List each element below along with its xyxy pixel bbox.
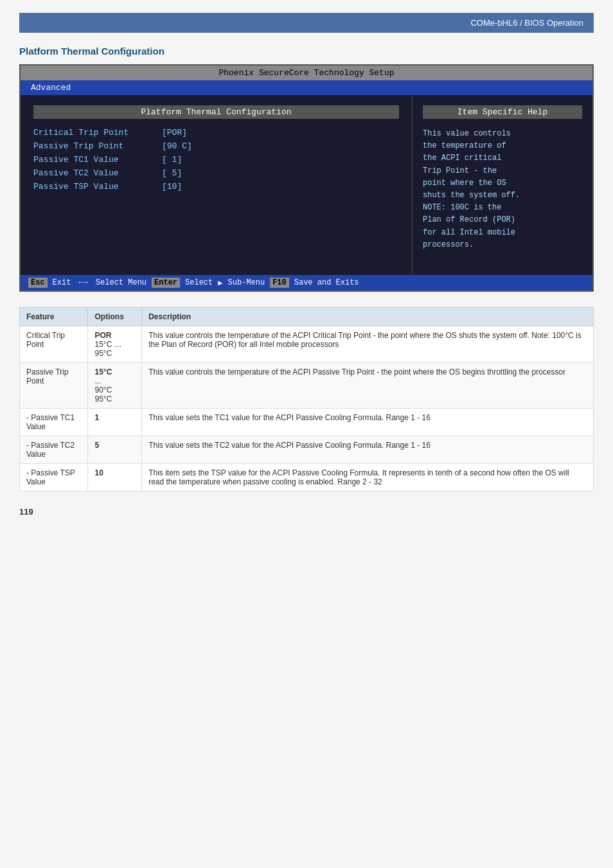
row-feature-0: Critical Trip Point	[20, 326, 88, 363]
select-menu-label: Select Menu	[96, 278, 147, 287]
row-desc-4: This item sets the TSP value for the ACP…	[142, 464, 594, 492]
bios-main-panel: Platform Thermal Configuration Critical …	[21, 95, 413, 275]
bios-item-1[interactable]: Passive Trip Point [90 C]	[33, 141, 399, 151]
row-options-1: 15°C ...90°C95°C	[88, 363, 142, 409]
bios-content-area: Platform Thermal Configuration Critical …	[21, 95, 592, 275]
row-desc-1: This value controls the temperature of t…	[142, 363, 594, 409]
bios-item-label-3: Passive TC2 Value	[33, 168, 162, 178]
bios-item-4[interactable]: Passive TSP Value [10]	[33, 182, 399, 191]
bios-item-value-4: [10]	[162, 182, 182, 191]
col-header-options: Options	[88, 308, 142, 326]
bios-item-value-2: [ 1]	[162, 155, 182, 164]
col-header-description: Description	[142, 308, 594, 326]
page-title: Platform Thermal Configuration	[19, 46, 594, 57]
enter-key: Enter	[152, 278, 180, 288]
bios-item-value-0: [POR]	[162, 128, 187, 137]
row-options-3: 5	[88, 436, 142, 464]
table-row: Critical Trip Point POR 15°C … 95°C This…	[20, 326, 594, 363]
bios-menu-tab[interactable]: Advanced	[31, 83, 71, 93]
options-bold-4: 10	[94, 468, 103, 477]
bios-help-text: This value controlsthe temperature ofthe…	[423, 128, 582, 251]
top-bar-label: COMe-bHL6 / BIOS Operation	[470, 18, 583, 28]
table-row: - Passive TC1 Value 1 This value sets th…	[20, 409, 594, 436]
row-feature-4: - Passive TSP Value	[20, 464, 88, 492]
row-feature-3: - Passive TC2 Value	[20, 436, 88, 464]
bios-status-bar: Esc Exit ←→ Select Menu Enter Select ▶ S…	[21, 275, 592, 290]
bios-screen: Phoenix SecureCore Technology Setup Adva…	[19, 64, 594, 292]
row-feature-1: Passive Trip Point	[20, 363, 88, 409]
bios-items-list: Critical Trip Point [POR] Passive Trip P…	[33, 128, 399, 191]
bios-item-2[interactable]: Passive TC1 Value [ 1]	[33, 155, 399, 164]
bios-item-label-0: Critical Trip Point	[33, 128, 162, 137]
page-number: 119	[19, 507, 594, 517]
bios-item-label-4: Passive TSP Value	[33, 182, 162, 191]
row-options-2: 1	[88, 409, 142, 436]
bios-title-bar: Phoenix SecureCore Technology Setup	[21, 66, 592, 80]
bios-help-header: Item Specific Help	[423, 105, 582, 119]
bios-item-0[interactable]: Critical Trip Point [POR]	[33, 128, 399, 137]
features-table: Feature Options Description Critical Tri…	[19, 307, 594, 492]
row-desc-2: This value sets the TC1 value for the AC…	[142, 409, 594, 436]
bios-main-header: Platform Thermal Configuration	[33, 105, 399, 119]
top-bar: COMe-bHL6 / BIOS Operation	[19, 13, 594, 33]
f10-label: Save and Exits	[294, 278, 359, 287]
options-bold-0: POR	[94, 331, 111, 340]
row-feature-2: - Passive TC1 Value	[20, 409, 88, 436]
bios-item-label-2: Passive TC1 Value	[33, 155, 162, 164]
bios-item-value-3: [ 5]	[162, 168, 182, 178]
bios-item-value-1: [90 C]	[162, 141, 192, 151]
row-options-0: POR 15°C … 95°C	[88, 326, 142, 363]
table-row: Passive Trip Point 15°C ...90°C95°C This…	[20, 363, 594, 409]
f10-key: F10	[270, 278, 289, 288]
row-desc-3: This value sets the TC2 value for the AC…	[142, 436, 594, 464]
bios-item-label-1: Passive Trip Point	[33, 141, 162, 151]
enter-label: Select	[185, 278, 213, 287]
options-extra-0: 15°C … 95°C	[94, 340, 121, 358]
esc-label: Exit	[53, 278, 71, 287]
bios-item-3[interactable]: Passive TC2 Value [ 5]	[33, 168, 399, 178]
table-row: - Passive TSP Value 10 This item sets th…	[20, 464, 594, 492]
bios-help-panel: Item Specific Help This value controlsth…	[413, 95, 592, 275]
table-row: - Passive TC2 Value 5 This value sets th…	[20, 436, 594, 464]
options-bold-3: 5	[94, 441, 99, 450]
row-desc-0: This value controls the temperature of t…	[142, 326, 594, 363]
table-header-row: Feature Options Description	[20, 308, 594, 326]
row-options-4: 10	[88, 464, 142, 492]
submenu-label: Sub-Menu	[228, 278, 265, 287]
options-bold-1: 15°C	[94, 368, 112, 376]
options-bold-2: 1	[94, 413, 99, 422]
esc-key: Esc	[28, 278, 48, 288]
bios-menu-bar: Advanced	[21, 80, 592, 95]
col-header-feature: Feature	[20, 308, 88, 326]
options-extra-1: ...90°C95°C	[94, 376, 112, 403]
